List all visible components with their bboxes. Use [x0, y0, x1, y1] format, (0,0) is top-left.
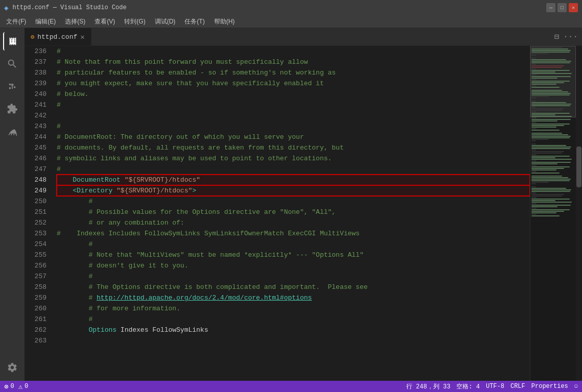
error-icon: ⊗ [4, 382, 8, 391]
code-panel: 236 237 238 239 240 241 242 243 244 245 … [25, 46, 530, 381]
code-line-253: # Indexes Includes FollowSymLinks SymLin… [57, 228, 530, 239]
code-line-261: # [57, 314, 530, 325]
code-line-241: # [57, 100, 530, 110]
tab-bar: ⚙ httpd.conf ✕ ⊟ ··· [25, 28, 582, 46]
code-line-246: # symbolic links and aliases may be used… [57, 153, 530, 164]
tab-file-icon: ⚙ [31, 33, 34, 41]
menu-help[interactable]: 帮助(H) [210, 16, 239, 27]
code-line-238: # particular features to be enabled - so… [57, 67, 530, 78]
code-line-263 [57, 335, 530, 346]
code-line-240: # below. [57, 89, 530, 100]
code-line-252: # or any combination of: [57, 217, 530, 228]
status-bar: ⊗ 0 ⚠ 0 行 248，列 33 空格: 4 UTF-8 CRLF Prop… [0, 381, 582, 392]
window-controls: — □ ✕ [546, 3, 578, 12]
status-right: 行 248，列 33 空格: 4 UTF-8 CRLF Properties ☺ [406, 382, 578, 391]
code-line-260: # for more information. [57, 303, 530, 314]
menu-view[interactable]: 查看(V) [90, 16, 119, 27]
spaces-label: 空格: 4 [456, 382, 480, 391]
menu-file[interactable]: 文件(F) [2, 16, 30, 27]
code-line-256: # doesn't give it to you. [57, 260, 530, 271]
tab-actions: ⊟ ··· [554, 28, 582, 45]
warning-icon: ⚠ [18, 382, 22, 391]
code-line-259: # http://httpd.apache.org/docs/2.4/mod/c… [57, 292, 530, 303]
menu-debug[interactable]: 调试(D) [151, 16, 180, 27]
code-line-258: # The Options directive is both complica… [57, 282, 530, 292]
status-encoding[interactable]: UTF-8 [486, 383, 504, 390]
close-button[interactable]: ✕ [569, 3, 578, 12]
status-line-ending[interactable]: CRLF [510, 383, 525, 390]
code-line-245: # documents. By default, all requests ar… [57, 142, 530, 153]
extensions-icon[interactable] [3, 100, 21, 118]
warning-count: 0 [25, 383, 28, 390]
code-line-248: DocumentRoot "${SRVROOT}/htdocs" [57, 175, 530, 185]
code-line-249: <Directory "${SRVROOT}/htdocs"> [57, 185, 530, 196]
status-warnings[interactable]: ⚠ 0 [18, 382, 29, 391]
tab-close-button[interactable]: ✕ [80, 33, 84, 41]
status-spaces[interactable]: 空格: 4 [456, 382, 480, 391]
status-smiley[interactable]: ☺ [574, 383, 578, 390]
editor-area: 236 237 238 239 240 241 242 243 244 245 … [25, 46, 582, 381]
settings-icon[interactable] [3, 358, 21, 377]
cursor-position: 行 248，列 33 [406, 382, 450, 391]
code-line-251: # Possible values for the Options direct… [57, 207, 530, 217]
split-editor-icon[interactable]: ⊟ [554, 32, 560, 42]
code-line-257: # [57, 271, 530, 282]
app-icon: ◈ [4, 4, 8, 12]
encoding-label: UTF-8 [486, 383, 504, 390]
smiley-icon: ☺ [574, 383, 578, 390]
menu-goto[interactable]: 转到(G) [120, 16, 149, 27]
remote-icon[interactable] [3, 122, 21, 140]
code-line-254: # [57, 239, 530, 250]
scrollbar-thumb[interactable] [576, 146, 581, 187]
code-lines[interactable]: # # Note that from this point forward yo… [53, 46, 530, 381]
vertical-scrollbar[interactable] [576, 46, 582, 381]
menu-select[interactable]: 选择(S) [61, 16, 89, 27]
status-left: ⊗ 0 ⚠ 0 [4, 382, 28, 391]
menu-task[interactable]: 任务(T) [180, 16, 208, 27]
source-control-icon[interactable] [3, 77, 21, 95]
line-ending-label: CRLF [510, 383, 525, 390]
code-line-236: # [57, 46, 530, 57]
window-title: httpd.conf — Visual Studio Code [12, 4, 542, 11]
active-tab[interactable]: ⚙ httpd.conf ✕ [25, 28, 91, 45]
code-line-255: # Note that "MultiViews" must be named *… [57, 250, 530, 260]
minimap-slider[interactable] [530, 46, 576, 117]
status-position[interactable]: 行 248，列 33 [406, 382, 450, 391]
menu-bar: 文件(F) 编辑(E) 选择(S) 查看(V) 转到(G) 调试(D) 任务(T… [0, 15, 582, 28]
code-line-262: Options Indexes FollowSymLinks [57, 325, 530, 335]
line-numbers: 236 237 238 239 240 241 242 243 244 245 … [25, 46, 53, 381]
language-label: Properties [531, 383, 568, 390]
code-line-244: # DocumentRoot: The directory out of whi… [57, 132, 530, 142]
code-line-243: # [57, 121, 530, 132]
code-line-242 [57, 110, 530, 121]
error-count: 0 [10, 383, 14, 390]
status-language[interactable]: Properties [531, 383, 568, 390]
more-actions-icon[interactable]: ··· [563, 32, 578, 41]
code-content[interactable]: 236 237 238 239 240 241 242 243 244 245 … [25, 46, 530, 381]
minimize-button[interactable]: — [546, 3, 555, 12]
explorer-icon[interactable] [3, 32, 21, 51]
code-line-239: # you might expect, make sure that you h… [57, 78, 530, 89]
main-layout: ⚙ httpd.conf ✕ ⊟ ··· 236 237 238 239 [0, 28, 582, 381]
tab-label: httpd.conf [37, 33, 77, 41]
title-bar: ◈ httpd.conf — Visual Studio Code — □ ✕ [0, 0, 582, 15]
code-line-247: # [57, 164, 530, 175]
activity-bar [0, 28, 25, 381]
maximize-button[interactable]: □ [557, 3, 567, 12]
code-line-250: # [57, 196, 530, 207]
status-errors[interactable]: ⊗ 0 [4, 382, 14, 391]
menu-edit[interactable]: 编辑(E) [31, 16, 60, 27]
search-icon[interactable] [3, 55, 21, 73]
code-line-237: # Note that from this point forward you … [57, 57, 530, 67]
minimap [530, 46, 576, 381]
